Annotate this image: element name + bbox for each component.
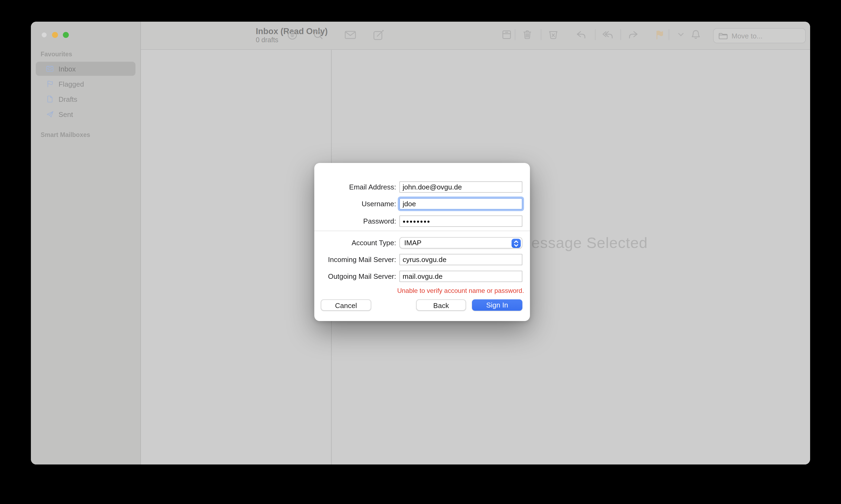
toolbar-separator: [541, 29, 541, 40]
popup-stepper-icon: [512, 239, 521, 248]
junk-icon: [547, 29, 559, 41]
mute-bell-icon: [690, 29, 702, 41]
close-button[interactable]: [41, 32, 47, 38]
account-type-label: Account Type:: [314, 237, 396, 249]
move-to-label: Move to...: [732, 32, 762, 40]
sidebar-item-drafts[interactable]: Drafts: [36, 92, 136, 106]
incoming-server-label: Incoming Mail Server:: [314, 254, 396, 265]
archive-button[interactable]: [499, 26, 515, 43]
email-address-field[interactable]: [399, 181, 522, 193]
sidebar-item-label: Sent: [58, 110, 73, 118]
paperplane-icon: [46, 110, 54, 119]
dialog-divider: [314, 231, 530, 231]
toolbar-separator: [620, 29, 621, 40]
archive-icon: [501, 29, 513, 41]
filter-icon: [286, 29, 298, 40]
get-mail-button[interactable]: [342, 26, 358, 43]
username-field[interactable]: [399, 198, 522, 210]
account-setup-dialog: Email Address: Username: Password: Accou…: [314, 163, 530, 321]
toolbar: Inbox (Read Only) 0 drafts: [141, 22, 810, 50]
username-label: Username:: [314, 198, 396, 210]
screen: Favourites Inbox: [0, 0, 841, 504]
message-list-pane[interactable]: [141, 50, 332, 465]
flag-icon: [653, 29, 665, 40]
delete-button[interactable]: [519, 26, 535, 43]
reply-icon: [575, 29, 587, 41]
reply-all-button[interactable]: [599, 26, 616, 43]
error-message: Unable to verify account name or passwor…: [397, 287, 525, 294]
sidebar: Favourites Inbox: [31, 22, 141, 465]
reply-button[interactable]: [573, 26, 589, 43]
document-icon: [46, 95, 54, 103]
folder-icon: [719, 32, 728, 39]
sign-in-button[interactable]: Sign In: [472, 299, 522, 311]
minimize-button[interactable]: [52, 32, 58, 38]
forward-icon: [627, 29, 639, 41]
chevron-down-icon: [677, 33, 684, 37]
sidebar-item-flagged[interactable]: Flagged: [36, 77, 136, 91]
compose-button[interactable]: [370, 26, 387, 43]
email-address-label: Email Address:: [314, 181, 396, 193]
get-mail-icon: [344, 29, 356, 41]
forward-button[interactable]: [625, 26, 641, 43]
inbox-tray-icon: [46, 65, 54, 73]
trash-icon: [521, 29, 533, 41]
back-button[interactable]: Back: [416, 299, 466, 311]
sidebar-item-label: Inbox: [58, 65, 76, 73]
cancel-button[interactable]: Cancel: [321, 299, 371, 311]
toolbar-separator: [595, 29, 596, 40]
reply-all-icon: [601, 29, 614, 41]
password-field[interactable]: [399, 215, 522, 227]
flag-icon: [46, 79, 54, 88]
toolbar-separator: [515, 29, 515, 40]
flag-button[interactable]: [651, 26, 667, 43]
sidebar-section-smart-mailboxes: Smart Mailboxes: [41, 131, 90, 138]
outgoing-server-field[interactable]: [399, 271, 522, 282]
move-to-field[interactable]: Move to...: [713, 28, 806, 43]
flag-menu-button[interactable]: [672, 26, 689, 43]
search-button[interactable]: [310, 26, 326, 43]
filter-button[interactable]: [284, 26, 300, 43]
compose-icon: [372, 29, 384, 41]
toolbar-separator: [669, 29, 669, 40]
sidebar-item-sent[interactable]: Sent: [36, 107, 136, 121]
search-icon: [312, 29, 324, 40]
password-label: Password:: [314, 215, 396, 227]
account-type-popup[interactable]: IMAP: [399, 237, 522, 249]
outgoing-server-label: Outgoing Mail Server:: [314, 271, 396, 282]
sidebar-section-favourites: Favourites: [41, 51, 72, 57]
traffic-lights: [41, 32, 69, 38]
junk-button[interactable]: [545, 26, 561, 43]
mute-button[interactable]: [688, 26, 704, 43]
zoom-button[interactable]: [63, 32, 69, 38]
sidebar-item-label: Drafts: [58, 95, 77, 103]
sidebar-item-label: Flagged: [58, 80, 84, 88]
incoming-server-field[interactable]: [399, 254, 522, 265]
sidebar-item-inbox[interactable]: Inbox: [36, 62, 136, 76]
account-type-value: IMAP: [400, 239, 422, 247]
